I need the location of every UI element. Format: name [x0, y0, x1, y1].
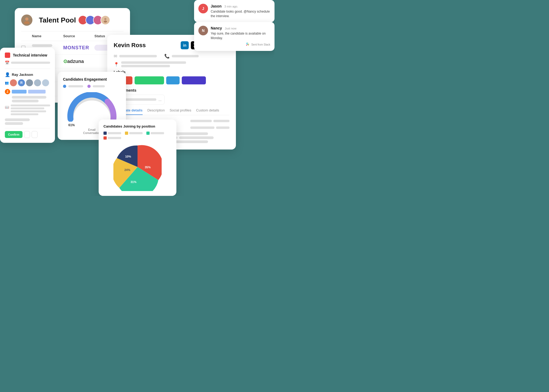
- attach-bar: [124, 98, 156, 101]
- mini-avatars: 👥 R: [5, 79, 50, 86]
- tech-interview-title: Technical interview: [13, 53, 47, 57]
- gauge-chart: [63, 92, 121, 122]
- legend-bar-4: [108, 137, 121, 139]
- mini-av-4: [42, 79, 49, 86]
- label-chips: [114, 76, 229, 84]
- svg-rect-7: [247, 44, 248, 45]
- svg-rect-5: [246, 43, 247, 44]
- svg-point-0: [25, 17, 28, 21]
- tech-interview-card: Technical interview 📅 👤 Ray Jackson 👥 R …: [0, 48, 55, 143]
- svg-rect-4: [246, 44, 247, 44]
- label-green: [135, 76, 164, 84]
- legend-item-4: [103, 136, 121, 140]
- col-name: Name: [32, 34, 61, 38]
- adzuna-logo: ⊙adzuna: [63, 58, 92, 64]
- labels-title: Labels: [114, 70, 229, 74]
- svg-rect-10: [246, 45, 247, 46]
- pie-label-yellow: 24%: [124, 168, 130, 171]
- location-icon: 📍: [114, 62, 119, 67]
- mini-av-r: R: [18, 79, 25, 86]
- legend-color-3: [146, 132, 150, 135]
- joining-legend: [103, 132, 172, 140]
- pie-label-blue: 10%: [125, 155, 131, 158]
- tab-description[interactable]: Description: [147, 108, 165, 115]
- legend-bar-1: [68, 85, 83, 87]
- legend-item-3: [146, 132, 164, 135]
- nancy-name: Nancy: [211, 26, 222, 30]
- col-source: Source: [63, 34, 92, 38]
- nancy-time: Just now: [225, 27, 236, 30]
- person-icon: 👤: [5, 72, 10, 77]
- pie-label-teal: 31%: [131, 180, 136, 184]
- phone-bar: [172, 55, 199, 57]
- zapier-icon: Z: [5, 89, 10, 94]
- red-square-icon: [5, 53, 10, 58]
- confirm-button[interactable]: Confirm: [5, 131, 23, 138]
- legend-bar-3: [151, 132, 164, 134]
- jason-message: Candidate looks good. @Nancy schedule th…: [211, 9, 270, 18]
- gauge-pct-left: 61%: [68, 123, 75, 127]
- talent-pool-avatars: [80, 15, 110, 25]
- mini-av-3: [34, 79, 41, 86]
- tag-2: [28, 90, 46, 94]
- legend-color-2: [125, 132, 128, 135]
- nancy-avatar: N: [198, 26, 208, 35]
- legend-color-4: [103, 136, 107, 140]
- pie-chart-container: 35% 31% 24% 10%: [103, 143, 172, 191]
- calendar-bar: [11, 62, 50, 64]
- svg-rect-8: [248, 44, 249, 45]
- svg-rect-11: [247, 44, 247, 45]
- slack-text: Sent from Slack: [251, 43, 270, 46]
- tertiary-button[interactable]: [32, 131, 38, 138]
- av4: [101, 15, 110, 25]
- svg-point-2: [104, 18, 106, 20]
- jason-avatar: J: [198, 4, 208, 13]
- attachments-title: Attachments: [114, 88, 229, 92]
- mini-av-2: [26, 79, 33, 86]
- svg-rect-9: [248, 45, 248, 46]
- talent-pool-single-avatar: [21, 14, 32, 26]
- linkedin-icon[interactable]: in: [181, 41, 189, 49]
- monster-logo: MONSTER: [63, 45, 92, 51]
- legend-dot-conv: [87, 85, 91, 88]
- email-bar: [119, 55, 157, 57]
- message-card-jason: J Jason 3 min ago. Candidate looks good.…: [194, 0, 274, 22]
- pie-label-red: 35%: [145, 166, 151, 169]
- label-purple: [182, 76, 206, 84]
- joining-title: Candidates Joining by position: [103, 124, 172, 128]
- svg-point-1: [24, 21, 29, 24]
- pie-chart: 35% 31% 24% 10%: [113, 143, 162, 191]
- nancy-message: Yep sure, the candidate is available on …: [211, 31, 270, 40]
- latest-experience-bars: [190, 126, 229, 129]
- jason-time: 3 min ago.: [224, 5, 238, 8]
- book-icon: 📖: [5, 105, 9, 109]
- svg-rect-6: [247, 43, 248, 44]
- joining-card: Candidates Joining by position: [99, 120, 176, 196]
- highest-education-bars: [190, 120, 229, 122]
- slack-badge: Sent from Slack: [211, 42, 270, 47]
- person-name: Ray Jackson: [12, 73, 33, 77]
- legend-dot-email: [63, 85, 66, 88]
- jason-name: Jason: [211, 4, 221, 8]
- secondary-button[interactable]: [24, 131, 30, 138]
- mini-av-1: [10, 79, 17, 86]
- tab-custom-details[interactable]: Custom details: [196, 108, 219, 115]
- tab-social-profiles[interactable]: Social profiles: [170, 108, 191, 115]
- slack-icon: [246, 42, 250, 47]
- kevin-name: Kevin Ross: [114, 42, 146, 49]
- more-dots[interactable]: ...: [158, 98, 162, 102]
- tabs-row: Candidate details Description Social pro…: [114, 108, 229, 115]
- legend-color-1: [103, 132, 107, 135]
- legend-item-2: [125, 132, 143, 135]
- engagement-title: Candidates Engagement: [63, 77, 121, 81]
- legend-item-1: [103, 132, 121, 135]
- label-blue: [166, 76, 180, 84]
- calendar-icon: 📅: [5, 61, 9, 65]
- tag-1: [12, 90, 27, 94]
- talent-pool-title: Talent Pool: [39, 16, 76, 24]
- svg-point-3: [104, 21, 107, 23]
- legend-bar-2: [129, 132, 143, 134]
- phone-icon: 📞: [164, 54, 170, 59]
- legend-bar-1: [108, 132, 121, 134]
- legend-bar-2: [93, 85, 105, 87]
